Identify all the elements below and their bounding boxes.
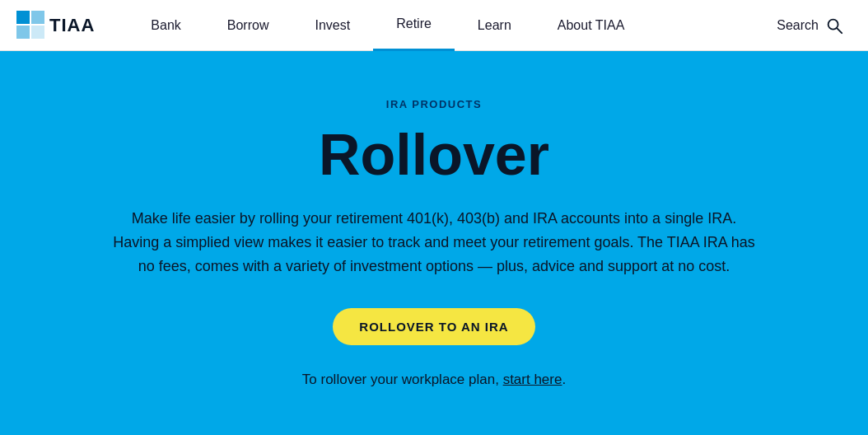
hero-description: Make life easier by rolling your retirem… (113, 207, 755, 278)
nav-item-learn[interactable]: Learn (455, 0, 534, 51)
svg-rect-1 (31, 11, 44, 24)
hero-section: IRA PRODUCTS Rollover Make life easier b… (0, 51, 868, 435)
hero-footer-period: . (562, 372, 566, 387)
svg-line-5 (837, 28, 842, 33)
svg-rect-0 (16, 11, 30, 24)
search-label: Search (777, 18, 819, 33)
nav-item-bank[interactable]: Bank (128, 0, 203, 51)
svg-rect-3 (31, 26, 44, 39)
logo-text: TIAA (49, 15, 95, 36)
nav-item-about[interactable]: About TIAA (534, 0, 648, 51)
main-nav: Bank Borrow Invest Retire Learn About TI… (128, 0, 768, 51)
hero-footer-text: To rollover your workplace plan, (302, 372, 499, 387)
tiaa-logo-icon (16, 11, 46, 40)
logo[interactable]: TIAA (16, 11, 95, 40)
nav-item-invest[interactable]: Invest (292, 0, 373, 51)
search-icon (825, 16, 843, 35)
rollover-cta-button[interactable]: ROLLOVER TO AN IRA (333, 308, 534, 345)
search-button[interactable]: Search (768, 16, 852, 35)
nav-item-borrow[interactable]: Borrow (204, 0, 292, 51)
navbar: TIAA Bank Borrow Invest Retire Learn Abo… (0, 0, 868, 51)
hero-footer-link[interactable]: start here (503, 372, 562, 387)
nav-item-retire[interactable]: Retire (373, 0, 455, 51)
hero-title: Rollover (319, 124, 549, 187)
hero-eyebrow: IRA PRODUCTS (386, 98, 482, 110)
svg-rect-2 (16, 26, 30, 39)
hero-footer: To rollover your workplace plan, start h… (302, 372, 566, 388)
